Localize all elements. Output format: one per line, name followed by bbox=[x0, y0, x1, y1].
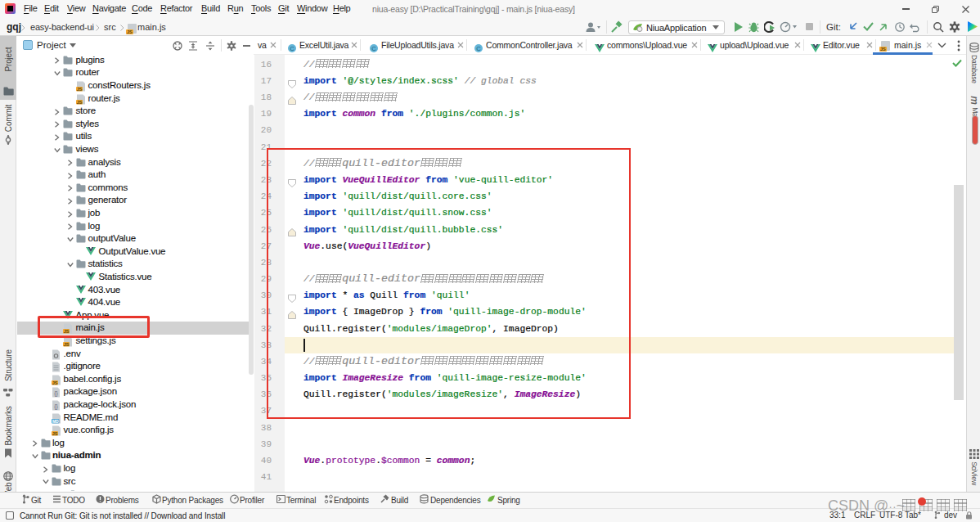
svg-text:C: C bbox=[371, 45, 376, 52]
svg-text:C: C bbox=[476, 45, 481, 52]
svg-text:JS: JS bbox=[52, 380, 58, 385]
svg-text:JS: JS bbox=[52, 431, 58, 436]
svg-text:JS: JS bbox=[77, 87, 83, 92]
svg-text:C: C bbox=[290, 45, 294, 52]
svg-text:MD: MD bbox=[52, 418, 59, 423]
svg-text:JS: JS bbox=[64, 342, 70, 347]
svg-text:JS: JS bbox=[77, 99, 83, 104]
